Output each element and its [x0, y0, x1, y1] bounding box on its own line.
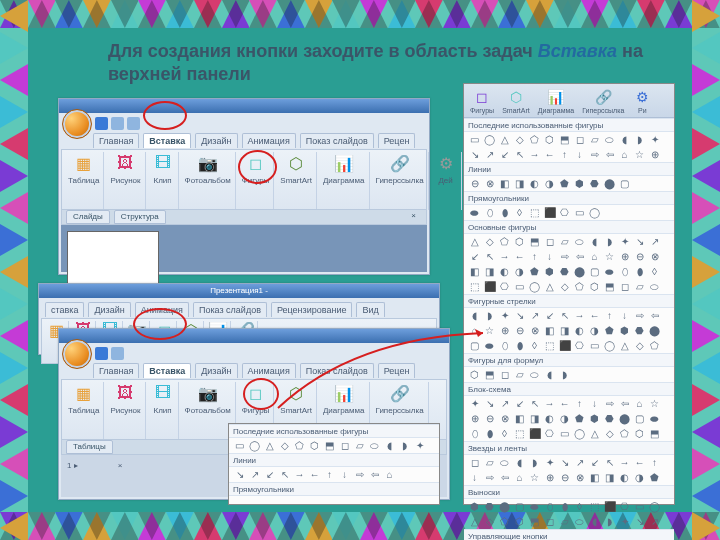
- shape-item[interactable]: ◇: [483, 235, 496, 248]
- shape-item[interactable]: ◻: [468, 456, 481, 469]
- shape-item[interactable]: ↖: [558, 309, 571, 322]
- shape-item[interactable]: △: [263, 439, 276, 452]
- shape-item[interactable]: ⬮: [483, 427, 496, 440]
- shape-item[interactable]: ↖: [278, 468, 291, 481]
- shape-item[interactable]: ↙: [513, 397, 526, 410]
- shape-item[interactable]: ◨: [603, 471, 616, 484]
- shape-item[interactable]: ⇦: [603, 148, 616, 161]
- shape-item[interactable]: ⬭: [648, 280, 661, 293]
- shape-item[interactable]: ⬢: [543, 265, 556, 278]
- shape-item[interactable]: ↓: [468, 471, 481, 484]
- shape-item[interactable]: ⌂: [383, 468, 396, 481]
- shape-item[interactable]: ↗: [483, 148, 496, 161]
- shape-item[interactable]: ◗: [528, 456, 541, 469]
- shape-item[interactable]: ⬯: [498, 339, 511, 352]
- shape-item[interactable]: ⬬: [648, 412, 661, 425]
- shape-item[interactable]: ⇦: [573, 250, 586, 263]
- ribbon-group-таблица[interactable]: ▦Таблица: [64, 382, 104, 440]
- redo-icon[interactable]: [127, 117, 140, 130]
- gallery-top-ри[interactable]: ⚙Ри: [628, 86, 656, 115]
- shape-item[interactable]: ◯: [588, 206, 601, 219]
- shape-item[interactable]: ⬡: [513, 515, 526, 528]
- shape-item[interactable]: ⌂: [468, 324, 481, 337]
- shape-item[interactable]: ⌂: [513, 471, 526, 484]
- shape-item[interactable]: ↗: [248, 468, 261, 481]
- shape-item[interactable]: ▱: [483, 456, 496, 469]
- shape-item[interactable]: ⬡: [468, 368, 481, 381]
- shape-item[interactable]: ⬚: [543, 339, 556, 352]
- shape-item[interactable]: →: [618, 456, 631, 469]
- shape-item[interactable]: ⇨: [558, 250, 571, 263]
- shape-item[interactable]: ▭: [468, 133, 481, 146]
- shape-item[interactable]: ⬠: [648, 339, 661, 352]
- shape-item[interactable]: ⬟: [603, 324, 616, 337]
- shape-item[interactable]: ◻: [338, 439, 351, 452]
- shape-item[interactable]: ⇦: [368, 468, 381, 481]
- shape-item[interactable]: ⬚: [588, 500, 601, 513]
- shape-item[interactable]: ←: [543, 148, 556, 161]
- shape-item[interactable]: ⬢: [468, 500, 481, 513]
- shape-item[interactable]: ⬠: [573, 280, 586, 293]
- shape-item[interactable]: ⬛: [603, 500, 616, 513]
- shape-item[interactable]: ⬢: [573, 177, 586, 190]
- shape-item[interactable]: ◑: [513, 265, 526, 278]
- shape-item[interactable]: ↓: [618, 309, 631, 322]
- shape-item[interactable]: ◗: [603, 235, 616, 248]
- shape-item[interactable]: ⬯: [468, 427, 481, 440]
- shape-item[interactable]: ⎔: [498, 280, 511, 293]
- shape-item[interactable]: ⬯: [618, 265, 631, 278]
- shape-item[interactable]: ▢: [633, 412, 646, 425]
- gallery-top-smartart[interactable]: ⬡SmartArt: [498, 86, 534, 115]
- shape-item[interactable]: ✦: [618, 515, 631, 528]
- shape-item[interactable]: →: [498, 250, 511, 263]
- shape-item[interactable]: ⬭: [603, 133, 616, 146]
- ribbon-tab-рецен[interactable]: Рецен: [378, 363, 416, 378]
- shape-item[interactable]: ⇨: [603, 397, 616, 410]
- shape-item[interactable]: ⬤: [648, 324, 661, 337]
- shape-item[interactable]: ⇦: [498, 471, 511, 484]
- shape-item[interactable]: ←: [513, 250, 526, 263]
- shape-item[interactable]: ▭: [633, 500, 646, 513]
- shape-item[interactable]: ◇: [603, 427, 616, 440]
- shape-item[interactable]: ⊗: [483, 177, 496, 190]
- shape-item[interactable]: ◻: [498, 368, 511, 381]
- shape-item[interactable]: ⬟: [528, 265, 541, 278]
- shape-item[interactable]: ⊖: [633, 250, 646, 263]
- shape-item[interactable]: ↑: [323, 468, 336, 481]
- shape-item[interactable]: ⬣: [633, 324, 646, 337]
- shape-item[interactable]: ⬚: [468, 280, 481, 293]
- ribbon-tab-вставка[interactable]: Вставка: [143, 363, 191, 378]
- shape-item[interactable]: ↙: [468, 250, 481, 263]
- shape-item[interactable]: ↙: [498, 148, 511, 161]
- shape-item[interactable]: ▱: [513, 368, 526, 381]
- shape-item[interactable]: ⎔: [558, 206, 571, 219]
- shape-item[interactable]: ◊: [648, 265, 661, 278]
- shape-item[interactable]: ⬭: [573, 515, 586, 528]
- shape-item[interactable]: ◐: [528, 177, 541, 190]
- shape-item[interactable]: ⊕: [543, 471, 556, 484]
- shape-item[interactable]: ◨: [558, 324, 571, 337]
- shape-item[interactable]: ⬒: [603, 280, 616, 293]
- shape-item[interactable]: ⊖: [468, 177, 481, 190]
- shape-item[interactable]: ↓: [543, 250, 556, 263]
- shape-item[interactable]: ↙: [543, 309, 556, 322]
- shape-item[interactable]: ☆: [603, 250, 616, 263]
- ribbon-tab-анимация[interactable]: Анимация: [135, 302, 189, 317]
- shape-item[interactable]: ⬮: [633, 265, 646, 278]
- shape-item[interactable]: ✦: [648, 133, 661, 146]
- shape-item[interactable]: ☆: [483, 324, 496, 337]
- shape-item[interactable]: ⬬: [483, 339, 496, 352]
- shape-item[interactable]: ▭: [558, 427, 571, 440]
- ribbon-tab-рецен[interactable]: Рецен: [378, 133, 416, 148]
- ribbon-tab-анимация[interactable]: Анимация: [242, 133, 296, 148]
- quick-access-toolbar[interactable]: [95, 115, 140, 131]
- gallery-top-гиперссылка[interactable]: 🔗Гиперссылка: [578, 86, 628, 115]
- shape-item[interactable]: ⬭: [528, 368, 541, 381]
- shape-item[interactable]: ⊗: [648, 250, 661, 263]
- shape-item[interactable]: ⬮: [498, 206, 511, 219]
- shape-item[interactable]: ⬛: [543, 206, 556, 219]
- shape-item[interactable]: ◯: [603, 339, 616, 352]
- shape-item[interactable]: ⊗: [573, 471, 586, 484]
- ribbon-tab-показ слайдов[interactable]: Показ слайдов: [300, 133, 374, 148]
- shape-item[interactable]: ⬭: [368, 439, 381, 452]
